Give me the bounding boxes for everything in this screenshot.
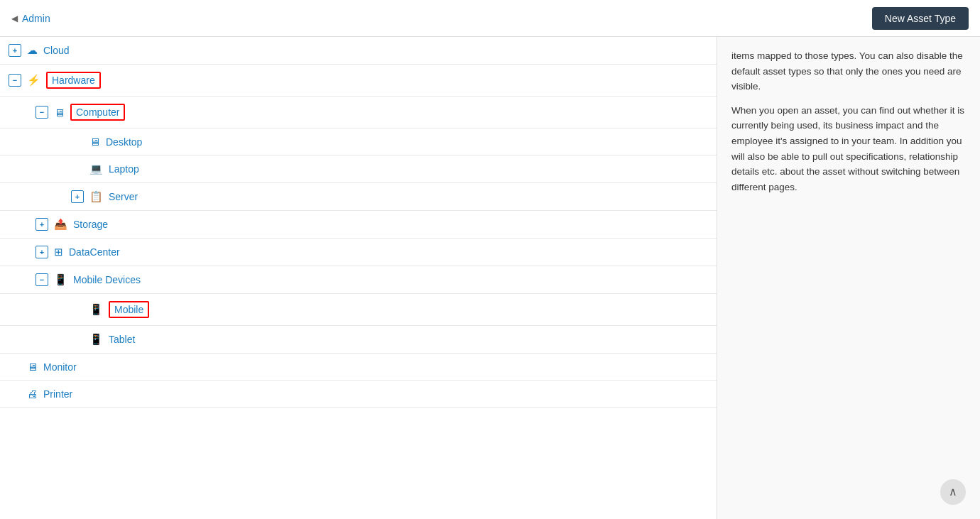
printer-icon: 🖨: [27, 388, 38, 400]
laptop-icon: 💻: [89, 163, 103, 175]
mobile-devices-icon: 📱: [54, 273, 67, 286]
tree-item-label: Storage: [73, 219, 108, 230]
tablet-icon: 📱: [89, 333, 103, 346]
datacenter-icon: ⊞: [54, 246, 63, 258]
toggle-collapse-icon[interactable]: −: [36, 273, 48, 286]
admin-label: Admin: [22, 13, 50, 24]
server-icon: 📋: [89, 190, 103, 203]
tree-item-label: Hardware: [46, 72, 101, 89]
monitor-icon: 🖥: [27, 361, 38, 373]
tree-item-label: Tablet: [109, 334, 135, 345]
tree-row[interactable]: 📱 Tablet: [0, 326, 717, 354]
tree-item-label: Printer: [43, 388, 72, 400]
toggle-collapse-icon[interactable]: −: [36, 106, 48, 119]
tree-item-label: Monitor: [43, 361, 77, 373]
top-bar: ◀ Admin New Asset Type: [0, 0, 980, 37]
cloud-icon: ☁: [27, 44, 38, 57]
tree-row[interactable]: + 📤 Storage: [0, 211, 717, 239]
info-panel: items mapped to those types. You can als…: [717, 37, 980, 519]
tree-row[interactable]: 📱 Mobile: [0, 294, 717, 326]
admin-link[interactable]: ◀ Admin: [11, 13, 50, 24]
tree-row[interactable]: − ⚡ Hardware: [0, 65, 717, 97]
mobile-icon: 📱: [89, 303, 103, 316]
computer-icon: 🖥: [54, 106, 65, 119]
storage-icon: 📤: [54, 218, 67, 231]
tree-row[interactable]: + 📋 Server: [0, 183, 717, 211]
tree-row[interactable]: 🖥 Monitor: [0, 354, 717, 381]
hardware-icon: ⚡: [27, 74, 40, 87]
toggle-expand-icon[interactable]: +: [71, 190, 84, 203]
info-text: items mapped to those types. You can als…: [731, 48, 966, 195]
tree-item-label: DataCenter: [69, 246, 120, 258]
back-arrow-icon: ◀: [11, 13, 18, 23]
tree-row[interactable]: + ☁ Cloud: [0, 37, 717, 65]
info-paragraph-1: items mapped to those types. You can als…: [731, 48, 966, 94]
tree-item-label: Server: [109, 191, 138, 202]
new-asset-type-button[interactable]: New Asset Type: [872, 7, 969, 30]
toggle-expand-icon[interactable]: +: [9, 44, 21, 57]
desktop-icon: 🖥: [89, 136, 100, 148]
tree-panel: + ☁ Cloud − ⚡ Hardware − 🖥 Computer 🖥 De…: [0, 37, 717, 519]
tree-row[interactable]: 🖨 Printer: [0, 381, 717, 408]
tree-item-label: Cloud: [43, 45, 70, 56]
tree-row[interactable]: + ⊞ DataCenter: [0, 239, 717, 266]
info-paragraph-2: When you open an asset, you can find out…: [731, 103, 966, 195]
tree-row[interactable]: − 🖥 Computer: [0, 97, 717, 129]
tree-item-label: Mobile: [109, 301, 149, 318]
tree-row[interactable]: 💻 Laptop: [0, 155, 717, 183]
tree-item-label: Laptop: [109, 163, 139, 175]
toggle-expand-icon[interactable]: +: [36, 218, 48, 231]
tree-item-label: Desktop: [106, 136, 142, 148]
tree-row[interactable]: 🖥 Desktop: [0, 129, 717, 155]
tree-item-label: Mobile Devices: [73, 274, 141, 285]
toggle-expand-icon[interactable]: +: [36, 246, 48, 258]
tree-row[interactable]: − 📱 Mobile Devices: [0, 266, 717, 294]
tree-item-label: Computer: [70, 104, 125, 121]
toggle-collapse-icon[interactable]: −: [9, 74, 21, 87]
main-layout: + ☁ Cloud − ⚡ Hardware − 🖥 Computer 🖥 De…: [0, 37, 980, 519]
scroll-to-top-button[interactable]: ∧: [940, 479, 966, 505]
